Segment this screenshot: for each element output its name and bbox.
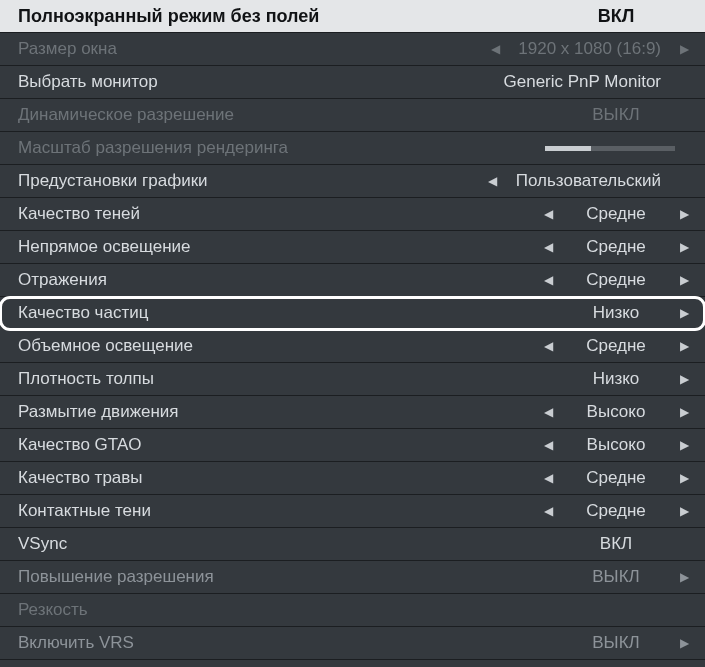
setting-value-area: ◀Высоко▶ <box>489 435 689 455</box>
setting-value-area: ◀Средне▶ <box>489 468 689 488</box>
setting-label: Масштаб разрешения рендеринга <box>18 138 489 158</box>
chevron-left-icon[interactable]: ◀ <box>543 471 553 485</box>
setting-value: Высоко <box>571 435 661 455</box>
setting-row-borderless-fullscreen[interactable]: Полноэкранный режим без полей◀ВКЛ▶ <box>0 0 705 33</box>
setting-label: Качество частиц <box>18 303 489 323</box>
chevron-right-icon[interactable]: ▶ <box>679 240 689 254</box>
slider-fill <box>545 146 591 151</box>
setting-label: Качество травы <box>18 468 489 488</box>
chevron-left-icon[interactable]: ◀ <box>543 339 553 353</box>
setting-row-gtao-quality[interactable]: Качество GTAO◀Высоко▶ <box>0 429 705 462</box>
chevron-right-icon[interactable]: ▶ <box>679 339 689 353</box>
chevron-right-icon[interactable]: ▶ <box>679 471 689 485</box>
setting-label: Динамическое разрешение <box>18 105 489 125</box>
setting-row-grass-quality[interactable]: Качество травы◀Средне▶ <box>0 462 705 495</box>
setting-row-select-monitor[interactable]: Выбрать монитор◀Generic PnP Monitor▶ <box>0 66 705 99</box>
chevron-left-icon[interactable]: ◀ <box>543 405 553 419</box>
setting-value-area: ◀Средне▶ <box>489 336 689 356</box>
chevron-left-icon[interactable]: ◀ <box>488 174 498 188</box>
setting-label: Непрямое освещение <box>18 237 489 257</box>
setting-row-contact-shadows[interactable]: Контактные тени◀Средне▶ <box>0 495 705 528</box>
setting-row-graphics-preset[interactable]: Предустановки графики◀Пользовательский▶ <box>0 165 705 198</box>
setting-value-area: ◀Средне▶ <box>489 501 689 521</box>
chevron-right-icon[interactable]: ▶ <box>679 504 689 518</box>
setting-value-area: ◀▶ <box>489 603 689 617</box>
setting-value: ВЫКЛ <box>571 567 661 587</box>
setting-row-sharpness: Резкость◀▶ <box>0 594 705 627</box>
setting-value-area: ◀Пользовательский▶ <box>488 171 689 191</box>
setting-value: 1920 x 1080 (16:9) <box>518 39 661 59</box>
chevron-right-icon[interactable]: ▶ <box>679 207 689 221</box>
setting-row-vsync[interactable]: VSync◀ВКЛ▶ <box>0 528 705 561</box>
setting-label: Плотность толпы <box>18 369 489 389</box>
setting-value: ВЫКЛ <box>571 633 661 653</box>
settings-list: Полноэкранный режим без полей◀ВКЛ▶Размер… <box>0 0 705 660</box>
setting-value: Средне <box>571 270 661 290</box>
setting-value: Средне <box>571 204 661 224</box>
setting-row-window-size: Размер окна◀1920 x 1080 (16:9)▶ <box>0 33 705 66</box>
slider-track <box>545 146 675 151</box>
setting-value: Средне <box>571 468 661 488</box>
setting-row-particle-quality[interactable]: Качество частиц◀Низко▶ <box>0 297 705 330</box>
setting-label: VSync <box>18 534 489 554</box>
setting-label: Предустановки графики <box>18 171 488 191</box>
chevron-right-icon[interactable]: ▶ <box>679 42 689 56</box>
setting-value-area <box>489 146 689 151</box>
chevron-right-icon[interactable]: ▶ <box>679 438 689 452</box>
setting-value-area: ◀ВКЛ▶ <box>489 6 689 27</box>
chevron-left-icon[interactable]: ◀ <box>543 438 553 452</box>
setting-label: Контактные тени <box>18 501 489 521</box>
setting-value-area: ◀Низко▶ <box>489 303 689 323</box>
chevron-right-icon[interactable]: ▶ <box>679 636 689 650</box>
setting-label: Размер окна <box>18 39 489 59</box>
setting-value-area: ◀ВКЛ▶ <box>489 534 689 554</box>
setting-value: ВКЛ <box>571 6 661 27</box>
setting-value-area: ◀Низко▶ <box>489 369 689 389</box>
setting-row-motion-blur[interactable]: Размытие движения◀Высоко▶ <box>0 396 705 429</box>
setting-value-area: ◀ВЫКЛ▶ <box>489 105 689 125</box>
setting-label: Выбрать монитор <box>18 72 476 92</box>
setting-row-dynamic-resolution: Динамическое разрешение◀ВЫКЛ▶ <box>0 99 705 132</box>
setting-row-enable-vrs[interactable]: Включить VRS◀ВЫКЛ▶ <box>0 627 705 660</box>
setting-row-shadow-quality[interactable]: Качество теней◀Средне▶ <box>0 198 705 231</box>
setting-value-area: ◀ВЫКЛ▶ <box>489 633 689 653</box>
setting-value: Низко <box>571 369 661 389</box>
setting-label: Размытие движения <box>18 402 489 422</box>
setting-value-area: ◀Generic PnP Monitor▶ <box>476 72 689 92</box>
setting-value: ВЫКЛ <box>571 105 661 125</box>
setting-row-indirect-lighting[interactable]: Непрямое освещение◀Средне▶ <box>0 231 705 264</box>
setting-label: Качество теней <box>18 204 489 224</box>
chevron-left-icon[interactable]: ◀ <box>490 42 500 56</box>
setting-value-area: ◀Средне▶ <box>489 270 689 290</box>
setting-value-area: ◀Средне▶ <box>489 237 689 257</box>
setting-value: Generic PnP Monitor <box>504 72 661 92</box>
chevron-left-icon[interactable]: ◀ <box>543 207 553 221</box>
chevron-right-icon[interactable]: ▶ <box>679 273 689 287</box>
setting-row-render-scale: Масштаб разрешения рендеринга <box>0 132 705 165</box>
chevron-left-icon[interactable]: ◀ <box>543 240 553 254</box>
setting-label: Отражения <box>18 270 489 290</box>
setting-value: Средне <box>571 237 661 257</box>
setting-label: Полноэкранный режим без полей <box>18 6 489 27</box>
setting-label: Повышение разрешения <box>18 567 489 587</box>
chevron-right-icon[interactable]: ▶ <box>679 372 689 386</box>
chevron-right-icon[interactable]: ▶ <box>679 570 689 584</box>
chevron-right-icon[interactable]: ▶ <box>679 306 689 320</box>
chevron-left-icon[interactable]: ◀ <box>543 273 553 287</box>
setting-row-reflections[interactable]: Отражения◀Средне▶ <box>0 264 705 297</box>
setting-value-area: ◀Высоко▶ <box>489 402 689 422</box>
setting-row-volumetric-lighting[interactable]: Объемное освещение◀Средне▶ <box>0 330 705 363</box>
setting-value: Низко <box>571 303 661 323</box>
chevron-right-icon[interactable]: ▶ <box>679 405 689 419</box>
setting-value: Высоко <box>571 402 661 422</box>
setting-label: Включить VRS <box>18 633 489 653</box>
setting-row-crowd-density[interactable]: Плотность толпы◀Низко▶ <box>0 363 705 396</box>
setting-value: ВКЛ <box>571 534 661 554</box>
setting-label: Резкость <box>18 600 489 620</box>
chevron-left-icon[interactable]: ◀ <box>543 504 553 518</box>
setting-value-area: ◀Средне▶ <box>489 204 689 224</box>
setting-value: Средне <box>571 501 661 521</box>
setting-value-area: ◀ВЫКЛ▶ <box>489 567 689 587</box>
setting-row-upscaling[interactable]: Повышение разрешения◀ВЫКЛ▶ <box>0 561 705 594</box>
setting-value-area: ◀1920 x 1080 (16:9)▶ <box>489 39 689 59</box>
